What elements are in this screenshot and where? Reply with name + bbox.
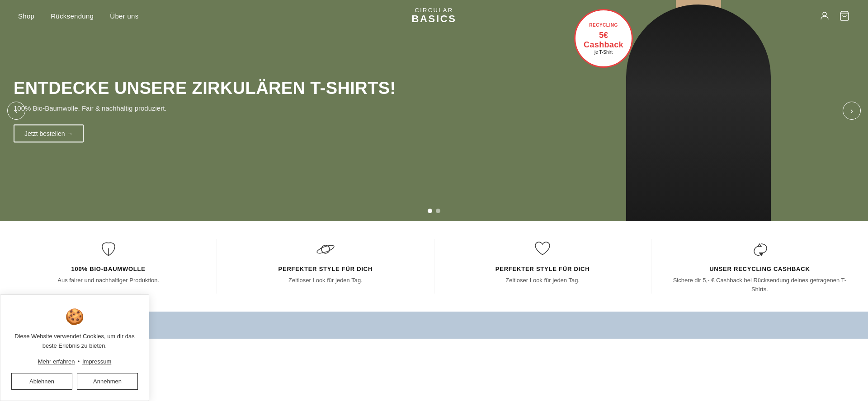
feature-heart: PERFEKTER STYLE FÜR DICH Zeitloser Look … xyxy=(434,239,651,294)
svg-point-0 xyxy=(823,12,826,16)
feature-style-desc: Zeitloser Look für jeden Tag. xyxy=(288,276,363,285)
badge-per-shirt: je T-Shirt xyxy=(594,50,613,55)
carousel-next-button[interactable]: › xyxy=(843,102,861,120)
carousel-dot-1[interactable] xyxy=(428,209,432,213)
feature-bio-cotton: 100% BIO-BAUMWOLLE Aus fairer und nachha… xyxy=(0,239,217,294)
carousel-dots xyxy=(428,209,440,213)
hero-person xyxy=(619,0,778,221)
hero-text: ENTDECKE UNSERE ZIRKULÄREN T-SHIRTS! 100… xyxy=(14,79,396,143)
user-icon[interactable] xyxy=(819,10,830,21)
logo-bottom: BASICS xyxy=(412,14,457,24)
person-body xyxy=(626,5,771,221)
cookie-text: Diese Website verwendet Cookies, um dir … xyxy=(11,332,138,339)
site-logo: CIRCULAR BASICS xyxy=(412,7,457,24)
feature-recycling: UNSER RECYCLING CASHBACK Sichere dir 5,-… xyxy=(651,239,868,294)
badge-cashback: Cashback xyxy=(584,40,623,50)
main-nav: ShopRücksendungÜber uns xyxy=(18,12,139,20)
logo-top: CIRCULAR xyxy=(412,7,457,14)
feature-heart-desc: Zeitloser Look für jeden Tag. xyxy=(505,276,580,285)
feature-heart-title: PERFEKTER STYLE FÜR DICH xyxy=(495,266,590,272)
cookie-icon: 🍪 xyxy=(11,308,138,326)
leaf-icon xyxy=(99,239,118,259)
feature-style: PERFEKTER STYLE FÜR DICH Zeitloser Look … xyxy=(217,239,434,294)
nav-link-überuns[interactable]: Über uns xyxy=(110,12,138,20)
nav-link-rücksendung[interactable]: Rücksendung xyxy=(51,12,94,20)
feature-bio-cotton-desc: Aus fairer und nachhaltiger Produktion. xyxy=(57,276,159,285)
hero-section: Recycling 5€ Cashback je T-Shirt ENTDECK… xyxy=(0,0,868,221)
nav-link-shop[interactable]: Shop xyxy=(18,12,34,20)
feature-bio-cotton-title: 100% BIO-BAUMWOLLE xyxy=(71,266,145,272)
heart-icon xyxy=(533,239,552,259)
hero-cta-button[interactable]: Jetzt bestellen → xyxy=(14,124,84,142)
hero-subtext: 100% Bio-Baumwolle. Fair & nachhaltig pr… xyxy=(14,104,396,112)
carousel-dot-2[interactable] xyxy=(436,209,440,213)
badge-price-amount: 5€ xyxy=(599,31,608,40)
hero-headline: ENTDECKE UNSERE ZIRKULÄREN T-SHIRTS! xyxy=(14,79,396,98)
recycle-icon xyxy=(750,239,769,259)
feature-recycling-desc: Sichere dir 5,- € Cashback bei Rücksendu… xyxy=(665,276,854,294)
carousel-prev-button[interactable]: ‹ xyxy=(7,102,25,120)
feature-style-title: PERFEKTER STYLE FÜR DICH xyxy=(278,266,373,272)
cart-icon[interactable] xyxy=(839,10,850,21)
saturn-icon xyxy=(316,239,335,259)
header-actions xyxy=(819,10,850,21)
feature-recycling-title: UNSER RECYCLING CASHBACK xyxy=(709,266,810,272)
cookie-banner: 🍪 Diese Website verwendet Cookies, um di… xyxy=(0,294,149,339)
